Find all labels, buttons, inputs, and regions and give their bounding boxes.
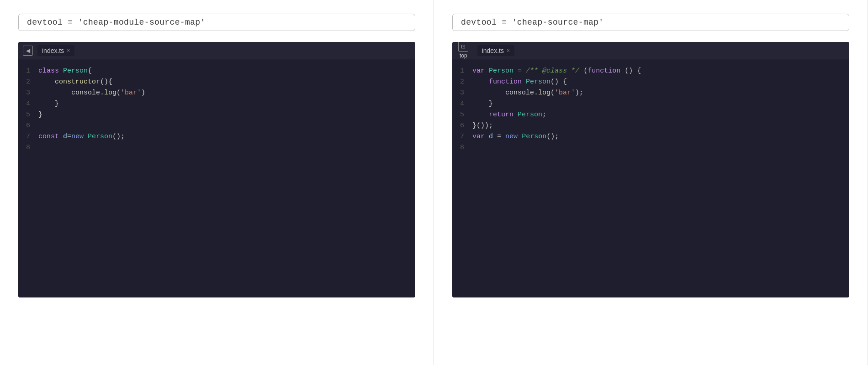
tab-close-1[interactable]: × [67,47,70,54]
editor-titlebar-2: ⊡ top index.ts × [452,42,849,59]
tab-close-2[interactable]: × [507,47,510,54]
titlebar-left-1: ◀ index.ts × [23,45,74,56]
editor-body-1: 12345678 class Person{ constructor(){ co… [18,59,415,297]
line-numbers-2: 12345678 [452,59,469,297]
editor-body-2: 12345678 var Person = /** @class */ (fun… [452,59,849,297]
editor-titlebar-1: ◀ index.ts × [18,42,415,59]
code-area-2: var Person = /** @class */ (function () … [469,59,849,297]
editor-tab-1[interactable]: index.ts × [37,45,74,56]
tab-label-1: index.ts [42,47,64,54]
line-numbers-1: 12345678 [18,59,35,297]
code-area-1: class Person{ constructor(){ console.log… [35,59,415,297]
devtool-label-2: devtool = 'cheap-source-map' [452,14,849,31]
top-label: top [457,52,470,60]
tab-label-2: index.ts [482,47,504,54]
editor-window-2: ⊡ top index.ts × 12345678 var Person = /… [452,42,849,297]
titlebar-extra: ⊡ top [457,42,472,60]
devtool-label-1: devtool = 'cheap-module-source-map' [18,14,415,31]
editor-icon-symbol: ⊡ [461,43,466,50]
panel-cheap-module-source-map: devtool = 'cheap-module-source-map' ◀ in… [0,0,434,365]
editor-tab-2[interactable]: index.ts × [477,45,514,56]
editor-sidebar-icon-2[interactable]: ⊡ [458,42,468,52]
editor-sidebar-icon-1[interactable]: ◀ [23,46,33,56]
panel-cheap-source-map: devtool = 'cheap-source-map' ⊡ top index… [434,0,868,365]
titlebar-left-2: ⊡ top index.ts × [457,42,514,60]
editor-window-1: ◀ index.ts × 12345678 class Person{ cons… [18,42,415,297]
